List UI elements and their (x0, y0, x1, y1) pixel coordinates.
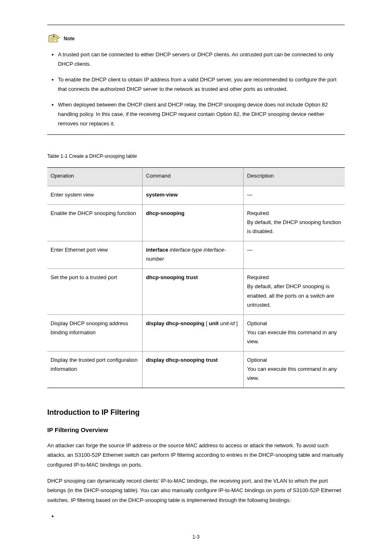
note-icon (47, 33, 61, 44)
overview-para-2: DHCP snooping can dynamically record cli… (47, 476, 345, 505)
table-row: Enter system viewsystem-view— (47, 186, 345, 204)
cell-command: display dhcp-snooping trust (143, 352, 244, 388)
command-table: Operation Command Description Enter syst… (47, 167, 345, 388)
col-header-description: Description (244, 168, 345, 186)
cell-operation: Display DHCP snooping address binding in… (47, 314, 143, 351)
cell-command: interface interface-type interface-numbe… (143, 241, 244, 269)
table-row: Enter Ethernet port viewinterface interf… (47, 241, 345, 269)
subsection-title: IP Filtering Overview (47, 426, 345, 435)
cell-description: OptionalYou can execute this command in … (244, 314, 345, 351)
col-header-operation: Operation (47, 168, 143, 186)
cell-description: OptionalYou can execute this command in … (244, 352, 345, 388)
cell-description: — (244, 241, 345, 269)
col-header-command: Command (143, 168, 244, 186)
para2-link: DHCP-snooping table (84, 487, 136, 493)
table-row: Display DHCP snooping address binding in… (47, 314, 345, 351)
cell-command: dhcp-snooping trust (143, 269, 244, 314)
binding-list (58, 511, 345, 521)
table-caption: Table 1-1 Create a DHCP-snooping table (47, 151, 345, 161)
note-item: When deployed between the DHCP client an… (58, 100, 345, 129)
top-horizontal-rule (47, 25, 345, 25)
table-row: Enable the DHCP snooping functiondhcp-sn… (47, 204, 345, 241)
cell-command: display dhcp-snooping [ unit unit-id ] (143, 314, 244, 351)
cell-operation: Enable the DHCP snooping function (47, 204, 143, 241)
binding-list-item (58, 511, 345, 521)
cell-description: RequiredBy default, the DHCP snooping fu… (244, 204, 345, 241)
note-block: Note A trusted port can be connected to … (47, 33, 345, 129)
cell-operation: Enter Ethernet port view (47, 241, 143, 269)
table-header-row: Operation Command Description (47, 168, 345, 186)
note-label: Note (64, 35, 75, 42)
section-title: Introduction to IP Filtering (47, 407, 345, 418)
cell-description: — (244, 186, 345, 204)
table-row: Display the trusted port configuration i… (47, 352, 345, 388)
table-row: Set the port to a trusted portdhcp-snoop… (47, 269, 345, 314)
page-number: 1-3 (0, 533, 392, 541)
cell-description: RequiredBy default, after DHCP snooping … (244, 269, 345, 314)
table-caption-text: Table 1-1 Create a DHCP-snooping table (47, 153, 137, 159)
note-list: A trusted port can be connected to eithe… (58, 50, 345, 129)
cell-operation: Set the port to a trusted port (47, 269, 143, 314)
cell-operation: Display the trusted port configuration i… (47, 352, 143, 388)
cell-command: system-view (143, 186, 244, 204)
cell-command: dhcp-snooping (143, 204, 244, 241)
cell-operation: Enter system view (47, 186, 143, 204)
note-bottom-rule (47, 134, 345, 135)
overview-para-1: An attacker can forge the source IP addr… (47, 441, 345, 469)
note-header: Note (47, 33, 345, 44)
note-item: A trusted port can be connected to eithe… (58, 50, 345, 69)
note-item: To enable the DHCP client to obtain IP a… (58, 75, 345, 94)
